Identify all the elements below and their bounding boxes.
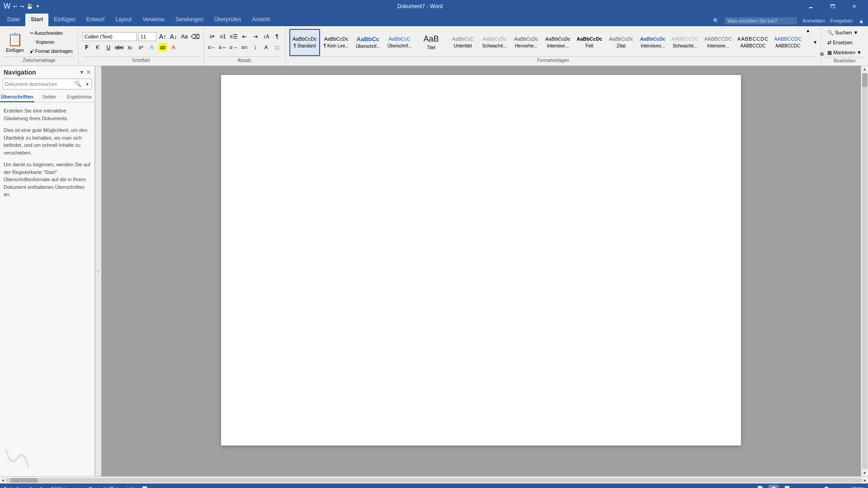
text-highlight-btn[interactable]: ab	[158, 43, 167, 52]
decrease-indent-btn[interactable]: ⇤	[240, 32, 249, 41]
scroll-down-btn[interactable]: ▼	[863, 471, 867, 475]
nav-tab-seiten[interactable]: Seiten	[34, 92, 65, 102]
vertical-scrollbar[interactable]: ▲ ▼	[861, 66, 868, 476]
view-read-btn[interactable]: 📑	[782, 485, 792, 488]
nav-close-btn[interactable]: ✕	[86, 69, 91, 75]
justify-btn[interactable]: ≡=	[240, 43, 249, 52]
scroll-up-btn[interactable]: ▲	[863, 67, 867, 71]
minimize-btn[interactable]: 🗕	[800, 0, 821, 13]
border-btn[interactable]: □	[273, 43, 282, 52]
subscript-btn[interactable]: x₂	[126, 43, 135, 52]
nav-pane-toggle[interactable]: ‹	[95, 66, 101, 476]
align-right-btn[interactable]: ≡→	[229, 43, 238, 52]
bullets-btn[interactable]: ≡•	[208, 32, 217, 41]
text-effect-btn[interactable]: A	[147, 43, 156, 52]
font-name-select[interactable]	[82, 32, 137, 41]
tab-ansicht[interactable]: Ansicht	[247, 14, 275, 26]
style-kein-lee[interactable]: AaBbCcDc ¶ Kein Lee...	[321, 29, 352, 56]
help-search-input[interactable]	[725, 17, 797, 24]
share-btn[interactable]: Freigeben	[830, 18, 853, 23]
align-center-btn[interactable]: ≡↔	[218, 43, 227, 52]
shading-btn[interactable]: A	[262, 43, 271, 52]
bold-btn[interactable]: F	[82, 43, 91, 52]
font-color-btn[interactable]: A	[169, 43, 178, 52]
style-caps2[interactable]: AABBCCDC AABBCCDC	[772, 29, 804, 56]
view-web-btn[interactable]: 📋	[769, 485, 778, 488]
markieren-btn[interactable]: ▦ Markieren ▼	[825, 48, 864, 57]
kopieren-btn[interactable]: 📄 Kopieren	[28, 38, 75, 47]
underline-btn[interactable]: U	[104, 43, 113, 52]
tab-sendungen[interactable]: Sendungen	[170, 14, 208, 26]
tab-datei[interactable]: Datei	[2, 14, 25, 26]
h-scroll-right-btn[interactable]: ►	[863, 478, 867, 483]
einfuegen-btn[interactable]: 📋 Einfügen	[4, 29, 26, 56]
tab-entwurf[interactable]: Entwurf	[81, 14, 110, 26]
suchen-btn[interactable]: 🔍 Suchen ▼	[825, 28, 864, 37]
style-ueberschrift1[interactable]: AaBbCc Überschrif...	[353, 29, 383, 56]
ribbon-minimize-btn[interactable]: ▲	[858, 17, 864, 24]
tab-ueberpruefen[interactable]: Überprüfen	[209, 14, 247, 26]
h-scroll-thumb[interactable]	[10, 478, 38, 483]
sign-in-btn[interactable]: Anmelden	[802, 18, 825, 23]
align-left-btn[interactable]: ≡←	[208, 43, 217, 52]
document-area[interactable]	[101, 66, 861, 476]
zoom-in-btn[interactable]: +	[842, 486, 845, 488]
style-hervorhebung[interactable]: AaBbCcDc Hervorhe...	[511, 29, 542, 56]
styles-scroll-down[interactable]: ▼	[812, 40, 818, 45]
style-standard[interactable]: AaBbCcDc ¶ Standard	[289, 29, 320, 56]
style-intensive[interactable]: AaBbCcDc Intensive...	[542, 29, 573, 56]
show-para-btn[interactable]: ¶	[273, 32, 282, 41]
nav-search-input[interactable]	[3, 80, 73, 88]
style-fett[interactable]: AaBbCcDc Fett	[574, 29, 605, 56]
nav-search-box: 🔍 ▼	[3, 79, 92, 89]
nav-search-dropdown[interactable]: ▼	[83, 81, 91, 88]
style-untertitel[interactable]: AaBbCcC Untertitel	[448, 29, 478, 56]
nav-options-btn[interactable]: ▼	[79, 69, 85, 75]
italic-btn[interactable]: K	[93, 43, 102, 52]
zoom-level[interactable]: 212%	[849, 486, 864, 488]
style-titel[interactable]: AaB Titel	[416, 29, 447, 56]
font-size-select[interactable]	[138, 32, 156, 41]
clear-format-btn[interactable]: ⌫	[191, 32, 200, 41]
style-caps1[interactable]: AABBCCDC AABBCCDC	[735, 29, 771, 56]
ausschneiden-btn[interactable]: ✂ Ausschneiden	[28, 29, 75, 38]
view-print-btn[interactable]: 📄	[755, 485, 765, 488]
maximize-btn[interactable]: 🗖	[822, 0, 843, 13]
nav-search-icon[interactable]: 🔍	[73, 80, 83, 88]
style-intensive2[interactable]: AaBbCcDc Intensive...	[702, 29, 734, 56]
grow-font-btn[interactable]: A↑	[158, 32, 167, 41]
zoom-out-btn[interactable]: −	[796, 486, 798, 488]
ersetzen-btn[interactable]: ⇄ Ersetzen	[825, 38, 864, 47]
nav-tab-ergebnisse[interactable]: Ergebnisse	[64, 92, 94, 102]
style-sw2-preview: AABBCCDC	[671, 36, 699, 42]
h-scroll-left-btn[interactable]: ◄	[1, 478, 5, 483]
numbering-btn[interactable]: ≡1	[218, 32, 227, 41]
change-case-btn[interactable]: Aa	[180, 32, 189, 41]
styles-scroll-up[interactable]: ▲	[805, 28, 811, 33]
tab-layout[interactable]: Layout	[110, 14, 137, 26]
save-btn[interactable]: 💾	[27, 4, 33, 9]
style-ueberschrift2[interactable]: AaBbCcC Überschrif...	[384, 29, 415, 56]
tab-verweise[interactable]: Verweise	[137, 14, 170, 26]
shrink-font-btn[interactable]: A↓	[169, 32, 178, 41]
sort-btn[interactable]: ↕A	[262, 32, 271, 41]
nav-tab-ueberschriften[interactable]: Überschriften	[0, 92, 34, 102]
format-uebertragen-btn[interactable]: 🖌 Format übertragen	[28, 47, 75, 56]
scroll-thumb[interactable]	[862, 73, 868, 87]
line-spacing-btn[interactable]: ↕	[251, 43, 260, 52]
increase-indent-btn[interactable]: ⇥	[251, 32, 260, 41]
style-schwache[interactable]: AaBbCcDc Schwaché...	[479, 29, 510, 56]
style-intensives-zitat[interactable]: AaBbCcDc Intensives...	[637, 29, 668, 56]
close-btn[interactable]: ✕	[844, 0, 864, 13]
style-schwache2[interactable]: AABBCCDC Schwaché...	[669, 29, 701, 56]
superscript-btn[interactable]: x²	[137, 43, 146, 52]
tab-start[interactable]: Start	[25, 14, 48, 26]
tab-einfuegen[interactable]: Einfügen	[48, 14, 80, 26]
style-zitat[interactable]: AaBbCcDc Zitat	[606, 29, 637, 56]
strikethrough-btn[interactable]: abc	[115, 43, 124, 52]
undo-btn[interactable]: ↩	[13, 4, 17, 9]
redo-btn[interactable]: ↪	[20, 4, 24, 9]
customize-btn[interactable]: ▼	[36, 4, 40, 9]
document-page[interactable]	[221, 75, 741, 446]
multilevel-btn[interactable]: ≡☰	[229, 32, 238, 41]
